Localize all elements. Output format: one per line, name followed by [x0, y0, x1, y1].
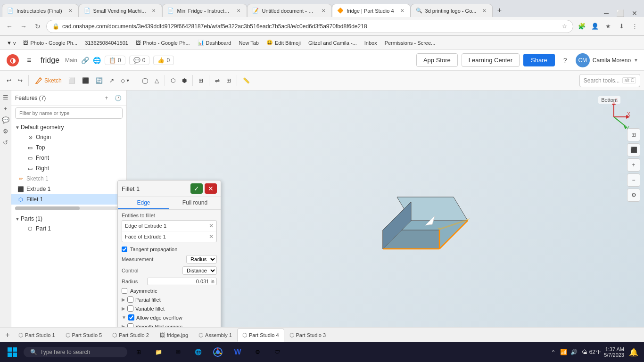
tool-loft[interactable]: ◇ ▼	[118, 73, 133, 88]
bookmark-photo2[interactable]: 🖼 Photo - Google Ph...	[133, 39, 193, 47]
tool-draft[interactable]: ⬢	[179, 73, 190, 88]
download-icon[interactable]: ⬇	[616, 21, 627, 32]
comments-badge[interactable]: 📋 0	[105, 56, 125, 65]
tree-item-origin[interactable]: ⊙ Origin	[11, 132, 126, 142]
window-maximize[interactable]: ⬜	[613, 9, 627, 17]
browser-tab-4[interactable]: 📝 Untitled document - G... ✕	[247, 4, 332, 17]
taskbar-mail[interactable]: ✉	[170, 344, 187, 361]
tool-chamfer[interactable]: △	[152, 73, 162, 88]
browser-tab-1[interactable]: 📄 Instructables (Final) ✕	[2, 4, 79, 17]
asymmetric-checkbox[interactable]	[122, 288, 127, 294]
sys-tray-chevron[interactable]: ^	[549, 347, 558, 357]
search-tools-box[interactable]: Search tools... alt C	[579, 74, 640, 87]
tree-item-top[interactable]: ▭ Top	[11, 142, 126, 153]
allow-edge-overflow-row[interactable]: ▼ Allow edge overflow	[122, 313, 217, 322]
back-button[interactable]: ←	[4, 21, 15, 32]
learning-center-button[interactable]: Learning Center	[462, 53, 520, 67]
taskbar-explorer[interactable]: 📁	[150, 344, 167, 361]
tool-shell[interactable]: ⬡	[168, 73, 178, 88]
allow-edge-overflow-checkbox[interactable]	[128, 314, 134, 321]
bottom-tab-partstudio1[interactable]: ⬡ Part Studio 1	[13, 329, 60, 342]
taskbar-search-box[interactable]: 🔍 Type here to search	[24, 347, 127, 357]
bottom-tab-partstudio3[interactable]: ⬡ Part Studio 3	[284, 329, 331, 342]
bookmark-id[interactable]: 313625084041501	[82, 39, 131, 47]
bookmark-dashboard[interactable]: 📊 Dashboard	[195, 39, 234, 47]
partial-fillet-row[interactable]: ▶ Partial fillet	[122, 295, 217, 304]
bottom-tab-assembly1[interactable]: ⬡ Assembly 1	[193, 329, 237, 342]
fillet-tab-edge[interactable]: Edge	[118, 197, 169, 209]
tangent-propagation-checkbox[interactable]	[122, 247, 127, 252]
viewport-zoom-in[interactable]: +	[627, 158, 640, 172]
left-icon-history[interactable]: ↺	[1, 138, 10, 147]
smooth-fillet-corners-row[interactable]: ▶ Smooth fillet corners	[122, 322, 217, 327]
app-store-button[interactable]: App Store	[416, 53, 458, 67]
tree-item-right[interactable]: ▭ Right	[11, 163, 126, 173]
viewport-fit-button[interactable]: ⊞	[627, 128, 640, 141]
feature-filter-input[interactable]	[15, 107, 123, 119]
onshape-logo[interactable]: ◑	[6, 53, 20, 67]
profile-icon[interactable]: 👤	[589, 21, 601, 32]
tab-close-6[interactable]: ✕	[481, 8, 487, 14]
left-icon-comment[interactable]: 💬	[1, 115, 10, 124]
bottom-tab-partstudio2[interactable]: ⬡ Part Studio 2	[107, 329, 154, 342]
tab-close-3[interactable]: ✕	[235, 8, 242, 14]
control-select[interactable]: Distance	[182, 266, 217, 275]
taskbar-weather-widget[interactable]: 🌤 62°F	[582, 349, 601, 355]
bookmark-bitmoji[interactable]: 😀 Edit Bitmoji	[264, 39, 304, 47]
window-minimize[interactable]: ─	[601, 9, 611, 17]
tab-close-5[interactable]: ✕	[399, 8, 405, 14]
tool-plane[interactable]: ⬜	[66, 73, 78, 88]
radius-input[interactable]	[147, 278, 217, 285]
add-tab-button[interactable]: +	[2, 329, 13, 341]
section-parts[interactable]: ▼ Parts (1)	[11, 214, 126, 223]
entity-item-2-remove[interactable]: ✕	[209, 233, 214, 240]
tool-boolean[interactable]: ⊞	[196, 73, 206, 88]
bottom-tab-partstudio5[interactable]: ⬡ Part Studio 5	[60, 329, 107, 342]
taskbar-security[interactable]: 🛡	[269, 344, 286, 361]
tree-item-sketch1[interactable]: ✏ Sketch 1	[11, 173, 126, 184]
viewport-view-cube[interactable]: ⬛	[627, 143, 640, 156]
fillet-cancel-button[interactable]: ✕	[205, 183, 217, 194]
variable-fillet-row[interactable]: ▶ Variable fillet	[122, 304, 217, 313]
tab-close-4[interactable]: ✕	[320, 8, 327, 14]
new-tab-button[interactable]: +	[493, 4, 506, 17]
feature-add-icon[interactable]: +	[102, 93, 111, 103]
tree-scrollbar[interactable]	[15, 206, 123, 210]
bookmark-gitzel[interactable]: Gitzel and Camila -...	[305, 39, 360, 47]
smooth-fillet-corners-checkbox[interactable]	[127, 323, 133, 327]
tree-item-fillet1[interactable]: ⬡ Fillet 1	[11, 194, 126, 205]
viewport-settings[interactable]: ⚙	[627, 189, 640, 202]
browser-tab-5[interactable]: 🔶 fridge | Part Studio 4 ✕	[332, 4, 410, 17]
partial-fillet-checkbox[interactable]	[127, 296, 133, 303]
reload-button[interactable]: ↻	[32, 21, 43, 32]
tool-measure[interactable]: 📏	[240, 73, 253, 88]
fillet-ok-button[interactable]: ✓	[190, 183, 203, 194]
tab-close-2[interactable]: ✕	[150, 8, 157, 14]
tool-sweep[interactable]: ↗	[107, 73, 117, 88]
sketch-button[interactable]: Sketch	[32, 73, 65, 88]
bookmark-newtab[interactable]: New Tab	[236, 39, 262, 47]
hamburger-menu[interactable]: ≡	[24, 55, 35, 66]
undo-button[interactable]: ↩	[4, 73, 14, 88]
bottom-tab-fridgejpg[interactable]: 🖼 fridge.jpg	[154, 329, 193, 342]
settings-icon[interactable]: ⋮	[629, 21, 640, 32]
tree-item-extrude1[interactable]: ⬛ Extrude 1	[11, 184, 126, 194]
globe-icon[interactable]: 🌐	[93, 57, 101, 64]
redo-button[interactable]: ↪	[15, 73, 25, 88]
window-close[interactable]: ✕	[629, 9, 640, 17]
tool-extrude[interactable]: ⬛	[79, 73, 92, 88]
likes-badge[interactable]: 👍 0	[153, 56, 174, 65]
sys-volume-icon[interactable]: 🔊	[570, 347, 579, 357]
tool-fillet[interactable]: ◯	[139, 73, 151, 88]
left-icon-add[interactable]: +	[1, 104, 10, 113]
tab-close-1[interactable]: ✕	[67, 8, 74, 14]
feature-history-icon[interactable]: 🕐	[113, 93, 123, 103]
forward-button[interactable]: →	[18, 21, 29, 32]
bookmark-dropdown[interactable]: ▼ v	[4, 39, 18, 47]
section-default-geometry[interactable]: ▼ Default geometry	[11, 123, 126, 132]
taskbar-settings[interactable]: ⚙	[249, 344, 266, 361]
tool-mirror[interactable]: ⇌	[212, 73, 223, 88]
browser-tab-6[interactable]: 🔍 3d printing logo - Go... ✕	[411, 4, 493, 17]
variable-fillet-checkbox[interactable]	[127, 305, 133, 312]
left-icon-features[interactable]: ☰	[1, 92, 10, 102]
